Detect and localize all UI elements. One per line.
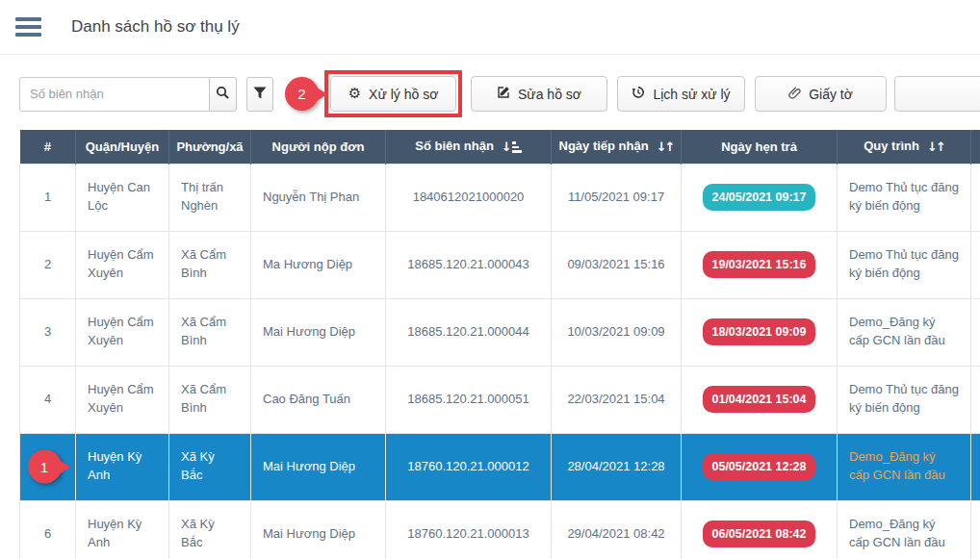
process-record-button[interactable]: ⚙ Xử lý hồ sơ	[330, 76, 456, 112]
table-row[interactable]: 3Huyện Cẩm XuyênXã Cẩm BìnhMai Hương Diệ…	[20, 298, 980, 366]
pencil-square-icon	[497, 86, 510, 102]
cell-district: Huyện Cẩm Xuyên	[76, 366, 169, 433]
column-label: Người nộp đơn	[272, 140, 365, 154]
due-date-badge: 19/03/2021 15:16	[703, 251, 814, 278]
cell-ward: Xã Cẩm Bình	[169, 366, 251, 433]
magnifier-icon	[216, 86, 230, 103]
table-row[interactable]: 2Huyện Cẩm XuyênXã Cẩm BìnhMa Hương Diệp…	[20, 231, 980, 298]
up-down-arrows-icon[interactable]: ↓↑	[927, 140, 944, 154]
cell-extra	[971, 500, 980, 559]
cell-applicant: Ma Hương Diệp	[251, 231, 386, 298]
table-row[interactable]: 1Huyện Can LộcThị trấn NghènNguyễn Thị P…	[20, 164, 980, 231]
sort-amount-desc-icon[interactable]: ↓	[502, 140, 522, 154]
column-header-ward: Phường/xã	[169, 130, 251, 164]
column-label: Phường/xã	[176, 140, 243, 154]
page-title: Danh sách hồ sơ thụ lý	[71, 17, 240, 37]
records-table-container: #Quận/HuyệnPhường/xãNgười nộp đơnSố biên…	[19, 130, 980, 559]
cell-applicant: Cao Đăng Tuấn	[251, 366, 386, 433]
paperclip-icon	[788, 86, 801, 102]
cell-receipt_no: 18685.120.21.000043	[386, 231, 552, 298]
table-row[interactable]: 6Huyện Kỳ AnhXã Kỳ BắcMai Hương Diệp1876…	[20, 500, 980, 559]
cell-process: Demo Thủ tục đăng ký biến động	[838, 164, 971, 231]
search-button[interactable]	[209, 77, 237, 112]
documents-button-label: Giấy tờ	[809, 87, 853, 102]
funnel-icon	[253, 87, 267, 102]
cell-ward: Xã Cẩm Bình	[169, 298, 251, 366]
cell-extra	[971, 366, 980, 433]
column-header-receipt_no[interactable]: Số biên nhận↓	[386, 130, 552, 164]
cell-extra	[971, 231, 980, 298]
cell-extra	[971, 164, 980, 231]
due-date-badge: 01/04/2021 15:04	[703, 386, 814, 413]
annotation-highlight-box: ⚙ Xử lý hồ sơ	[324, 70, 462, 117]
column-label: Số biên nhận	[415, 139, 494, 153]
column-header-index: #	[20, 130, 76, 164]
records-table: #Quận/HuyệnPhường/xãNgười nộp đơnSố biên…	[19, 130, 980, 559]
cell-index: 51	[20, 433, 76, 500]
annotation-marker-1: 1	[28, 450, 62, 484]
gear-icon: ⚙	[348, 87, 361, 101]
cell-ward: Xã Kỳ Bắc	[169, 500, 251, 559]
menu-icon[interactable]	[15, 17, 41, 37]
cell-due: 18/03/2021 09:09	[682, 298, 838, 366]
cell-receipt_no: 18685.120.21.000044	[386, 298, 552, 366]
cell-process: Demo_Đăng ký cấp GCN lần đầu	[838, 433, 971, 500]
cell-district: Huyện Cẩm Xuyên	[76, 298, 169, 366]
search-input[interactable]	[19, 77, 210, 112]
partial-button[interactable]	[894, 76, 980, 112]
annotation-marker-2: 2	[285, 77, 319, 111]
history-clock-icon	[632, 86, 645, 102]
cell-district: Huyện Cẩm Xuyên	[76, 231, 169, 298]
cell-received: 09/03/2021 15:16	[552, 231, 682, 298]
filter-button[interactable]	[246, 77, 273, 112]
column-header-due: Ngày hẹn trả	[682, 130, 838, 164]
due-date-badge: 06/05/2021 08:42	[703, 521, 814, 547]
edit-button-label: Sửa hồ sơ	[518, 87, 581, 102]
cell-due: 05/05/2021 12:28	[682, 433, 838, 500]
process-button-label: Xử lý hồ sơ	[369, 87, 438, 102]
table-row[interactable]: 51Huyện Kỳ AnhXã Kỳ BắcMai Hương Diệp187…	[20, 433, 980, 500]
edit-record-button[interactable]: Sửa hồ sơ	[471, 76, 607, 112]
due-date-badge: 18/03/2021 09:09	[703, 318, 814, 345]
cell-receipt_no: 18760.120.21.000012	[386, 433, 552, 500]
cell-index: 2	[20, 231, 76, 298]
cell-index: 6	[20, 500, 76, 559]
cell-receipt_no: 1840612021000020	[386, 164, 552, 231]
history-button[interactable]: Lịch sử xử lý	[617, 76, 745, 112]
cell-index: 3	[20, 298, 76, 366]
cell-process: Demo_Đăng ký cấp GCN lần đầu	[838, 500, 971, 559]
cell-district: Huyện Can Lộc	[76, 164, 169, 231]
cell-extra	[971, 298, 980, 366]
cell-due: 19/03/2021 15:16	[682, 231, 838, 298]
due-date-badge: 24/05/2021 09:17	[703, 184, 814, 211]
cell-process: Demo Thủ tục đăng ký biến động	[838, 366, 971, 433]
cell-applicant: Nguyễn Thị Phan	[251, 164, 386, 231]
cell-applicant: Mai Hương Diệp	[251, 500, 386, 559]
cell-applicant: Mai Hương Diệp	[251, 433, 386, 500]
documents-button[interactable]: Giấy tờ	[755, 76, 887, 112]
cell-district: Huyện Kỳ Anh	[76, 500, 169, 559]
column-label: Quy trình	[864, 139, 919, 153]
cell-received: 10/03/2021 09:09	[552, 298, 682, 366]
cell-index: 1	[20, 164, 76, 231]
column-header-applicant: Người nộp đơn	[251, 130, 386, 164]
toolbar: 2 ⚙ Xử lý hồ sơ Sửa hồ sơ Lịch sử xử lý …	[0, 55, 980, 130]
cell-received: 28/04/2021 12:28	[552, 433, 682, 500]
cell-ward: Xã Kỳ Bắc	[169, 433, 251, 500]
column-header-process[interactable]: Quy trình↓↑	[838, 130, 971, 164]
cell-ward: Thị trấn Nghèn	[169, 164, 251, 231]
cell-due: 24/05/2021 09:17	[682, 164, 838, 231]
column-label: Ngày hẹn trả	[721, 140, 797, 154]
column-header-received[interactable]: Ngày tiếp nhận↓↑	[552, 130, 682, 164]
cell-district: Huyện Kỳ Anh	[76, 433, 169, 500]
due-date-badge: 05/05/2021 12:28	[703, 453, 814, 480]
column-label: Quận/Huyện	[86, 140, 160, 154]
column-label: Ngày tiếp nhận	[559, 139, 649, 153]
up-down-arrows-icon[interactable]: ↓↑	[657, 140, 674, 154]
cell-received: 29/04/2021 08:42	[552, 500, 682, 559]
cell-due: 01/04/2021 15:04	[682, 366, 838, 433]
cell-received: 11/05/2021 09:17	[552, 164, 682, 231]
table-row[interactable]: 4Huyện Cẩm XuyênXã Cẩm BìnhCao Đăng Tuấn…	[20, 366, 980, 433]
column-header-extra	[971, 130, 980, 164]
history-button-label: Lịch sử xử lý	[653, 87, 730, 102]
